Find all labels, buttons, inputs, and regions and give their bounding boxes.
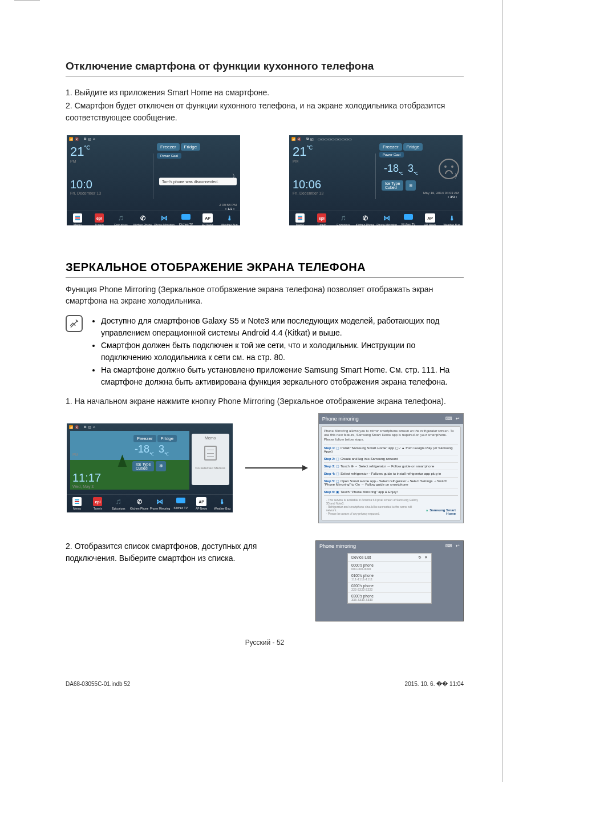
step2-text: Отобразится список смартфонов, доступных… xyxy=(66,542,257,563)
kitchen-tv-icon xyxy=(181,214,191,220)
device-item: 0200's phone222-2222-2222 xyxy=(348,583,431,593)
arrow-right-icon xyxy=(245,467,307,469)
back-icon: ↩ xyxy=(456,416,460,421)
kitchen-phone-icon: ✆ xyxy=(138,213,147,223)
tunein-icon: 🎵 xyxy=(116,213,125,223)
device-item: 0000's phone000-000-0000 xyxy=(348,562,431,572)
chevron-right-icon: 〉 xyxy=(455,172,460,180)
memo-panel: Memo No selected Memos xyxy=(192,434,229,485)
phone-mirroring-icon: ⋈ xyxy=(160,213,169,223)
dialog-title: Phone mirroring xyxy=(322,416,359,422)
step-item: 1.На начальном экране нажмите кнопку Pho… xyxy=(66,395,464,407)
disconnect-notification: Tom's phone was disconnected. xyxy=(159,177,237,185)
section1-title: Отключение смартфона от функции кухонног… xyxy=(66,60,464,76)
fridge-screenshot-disconnected: 📶 🔇 ⧉ ◱ ⌂ 21℃ PM 10:0 Fri, December 13 F… xyxy=(66,134,241,227)
close-icon: ✕ xyxy=(424,555,428,560)
app-dock: Memo epiTuneIn 🎵Epicurious ✆Kitchen Phon… xyxy=(67,211,240,227)
note-icon xyxy=(66,315,83,332)
section2-title: ЗЕРКАЛЬНОЕ ОТОБРАЖЕНИЕ ЭКРАНА ТЕЛЕФОНА xyxy=(66,261,464,278)
window-icon: ◱ xyxy=(88,137,91,141)
device-list-dialog: Phone mirroring ⌨ ↩ Device List ↻ ✕ 0000… xyxy=(315,540,464,621)
refresh-icon: ↻ xyxy=(418,555,422,560)
figure-row: 📶🔇⧉◱⌂ PM 11:17 Wed, May 3 Freezer Fridge… xyxy=(66,413,464,523)
fridge-pill: Fridge xyxy=(181,143,201,151)
weather-icon: 🌡 xyxy=(225,213,234,223)
step-item: 1.Выйдите из приложения Smart Home на см… xyxy=(66,87,464,99)
memo-doc-icon xyxy=(204,446,217,461)
step-item: 2.Смартфон будет отключен от функции кух… xyxy=(66,100,464,124)
device-item: 0100's phone111-1111-1111 xyxy=(348,572,431,583)
fridge-screenshot-home: 📶🔇⧉◱⌂ PM 11:17 Wed, May 3 Freezer Fridge… xyxy=(66,422,234,514)
print-footer: DA68-03055C-01.indb 52 2015. 10. 6. �� 1… xyxy=(66,681,464,687)
fridge-screenshot-face: 📶🔇⧉◱▭▭▭▭▭▭▭▭▭▭ 21℃ PM 10:06 Fri, Decembe… xyxy=(288,134,464,227)
sound-icon: 🔇 xyxy=(75,137,79,141)
copy-icon: ⧉ xyxy=(84,137,86,141)
keyboard-icon: ⌨ xyxy=(445,543,452,548)
freezer-pill: Freezer xyxy=(157,143,180,151)
note-item: На смартфоне должно быть установлено при… xyxy=(101,364,464,388)
ap-news-icon: AP xyxy=(202,213,213,223)
home-icon: ⌂ xyxy=(93,137,95,140)
page-footer: Русский - 52 xyxy=(66,639,464,647)
status-bar: 📶 🔇 ⧉ ◱ ⌂ xyxy=(67,135,240,142)
wifi-icon: 📶 xyxy=(69,137,73,141)
note-item: Доступно для смартфонов Galaxy S5 и Note… xyxy=(101,315,464,339)
back-icon: ↩ xyxy=(456,543,460,548)
ice-icon: ❄ xyxy=(406,180,416,191)
keyboard-icon: ⌨ xyxy=(445,416,452,421)
phone-mirroring-dialog: Phone mirroring ⌨ ↩ Phone Mirroring allo… xyxy=(318,413,464,523)
note-item: Смартфон должен быть подключен к той же … xyxy=(101,340,464,364)
note-block: Доступно для смартфонов Galaxy S5 и Note… xyxy=(66,315,464,389)
screenshots-row-1: 📶 🔇 ⧉ ◱ ⌂ 21℃ PM 10:0 Fri, December 13 F… xyxy=(66,134,464,227)
section1-steps: 1.Выйдите из приложения Smart Home на см… xyxy=(66,87,464,124)
chevron-right-icon: 〉 xyxy=(232,172,238,180)
section2-intro: Функция Phone Mirroring (Зеркальное отоб… xyxy=(66,284,464,307)
epicurious-icon: epi xyxy=(95,213,104,223)
document-page: Отключение смартфона от функции кухонног… xyxy=(14,20,504,819)
memo-icon xyxy=(73,213,82,223)
device-item: 0300's phone333-3333-3333 xyxy=(348,593,431,603)
